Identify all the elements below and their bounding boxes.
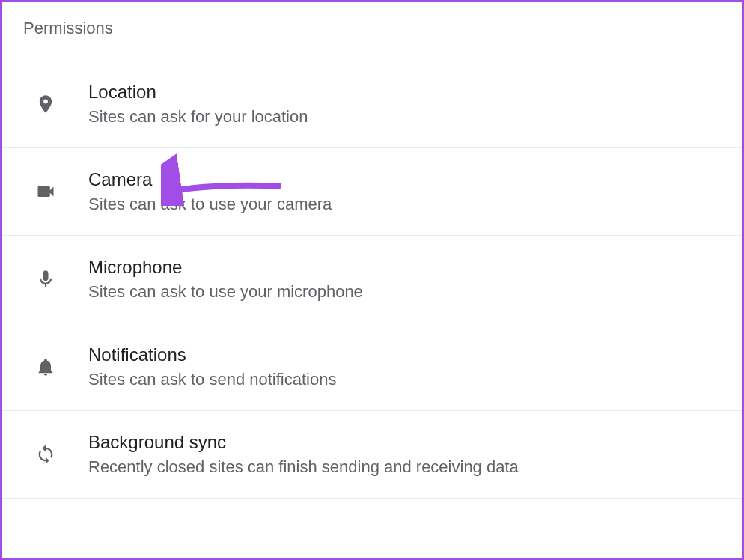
permission-description: Recently closed sites can finish sending… xyxy=(88,457,742,477)
permission-title: Location xyxy=(88,82,742,103)
permission-text: Background sync Recently closed sites ca… xyxy=(88,432,742,477)
permissions-panel: Permissions Location Sites can ask for y… xyxy=(0,0,744,560)
permission-text: Microphone Sites can ask to use your mic… xyxy=(88,257,742,302)
location-icon xyxy=(2,94,88,115)
permission-row-notifications[interactable]: Notifications Sites can ask to send noti… xyxy=(2,323,742,411)
permission-title: Notifications xyxy=(88,344,742,365)
permission-text: Notifications Sites can ask to send noti… xyxy=(88,344,742,389)
section-title: Permissions xyxy=(2,2,742,61)
permission-description: Sites can ask to use your camera xyxy=(88,195,742,214)
permission-title: Background sync xyxy=(88,432,742,453)
permission-description: Sites can ask to send notifications xyxy=(88,370,742,389)
sync-icon xyxy=(2,444,88,465)
permission-text: Camera Sites can ask to use your camera xyxy=(88,169,742,214)
permission-row-background-sync[interactable]: Background sync Recently closed sites ca… xyxy=(2,411,742,499)
permission-row-microphone[interactable]: Microphone Sites can ask to use your mic… xyxy=(2,236,742,323)
permission-title: Microphone xyxy=(88,257,742,278)
permission-row-camera[interactable]: Camera Sites can ask to use your camera xyxy=(2,148,742,236)
permission-text: Location Sites can ask for your location xyxy=(88,82,742,127)
microphone-icon xyxy=(2,269,88,290)
permission-description: Sites can ask for your location xyxy=(88,107,742,127)
camera-icon xyxy=(2,181,88,202)
permission-row-location[interactable]: Location Sites can ask for your location xyxy=(2,61,742,148)
bell-icon xyxy=(2,356,88,377)
permission-description: Sites can ask to use your microphone xyxy=(88,282,742,302)
permission-title: Camera xyxy=(88,169,742,190)
